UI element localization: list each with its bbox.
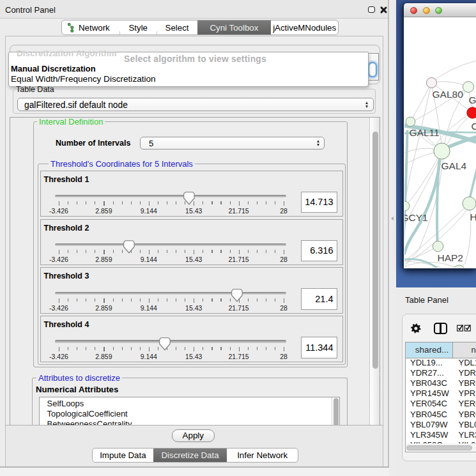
svg-text:HAP2: HAP2	[437, 252, 463, 263]
svg-text:H: H	[470, 211, 476, 222]
svg-text:GA: GA	[468, 94, 476, 105]
svg-text:GAL11: GAL11	[409, 127, 439, 137]
svg-text:GAL4: GAL4	[441, 160, 466, 171]
svg-text:C: C	[471, 120, 476, 131]
svg-text:GAL80: GAL80	[432, 88, 463, 99]
svg-text:GCY1: GCY1	[404, 211, 428, 222]
